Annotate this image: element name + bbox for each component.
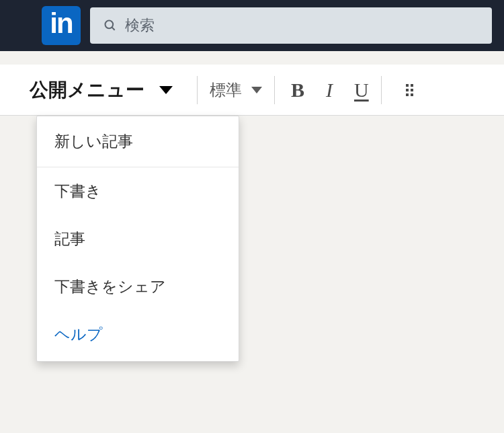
publish-menu-button[interactable]: 公開メニュー [30,77,185,103]
top-navigation: in [0,0,504,51]
svg-point-0 [106,21,114,29]
dropdown-item-label: 記事 [54,230,85,247]
search-icon [103,19,117,32]
caret-down-icon [159,86,173,94]
dropdown-item-share-draft[interactable]: 下書きをシェア [37,263,239,311]
toolbar-divider [381,76,382,104]
dropdown-item-new-article[interactable]: 新しい記事 [37,116,239,167]
underline-button[interactable]: U [354,79,369,102]
dropdown-item-drafts[interactable]: 下書き [37,167,239,215]
bold-button[interactable]: B [291,79,304,102]
linkedin-logo[interactable]: in [42,6,81,45]
search-box[interactable] [90,7,492,44]
style-menu-label: 標準 [210,79,242,101]
caret-down-icon [251,87,262,93]
publish-dropdown-menu: 新しい記事 下書き 記事 下書きをシェア ヘルプ [36,116,239,362]
dropdown-item-label: 新しい記事 [54,132,133,150]
logo-text: in [50,7,72,40]
editor-toolbar: 公開メニュー 標準 B I U [0,65,504,116]
svg-line-1 [112,28,115,30]
more-options-icon[interactable] [406,84,413,96]
dropdown-item-help[interactable]: ヘルプ [37,311,239,361]
toolbar-divider [197,76,198,104]
toolbar-divider [274,76,275,104]
dropdown-item-articles[interactable]: 記事 [37,215,239,263]
text-style-menu[interactable]: 標準 [210,79,262,101]
italic-button[interactable]: I [326,79,333,102]
publish-menu-label: 公開メニュー [30,77,144,103]
dropdown-item-label: 下書きをシェア [54,278,166,295]
dropdown-item-label: ヘルプ [54,325,103,343]
search-input[interactable] [125,17,478,34]
dropdown-item-label: 下書き [54,182,101,200]
format-buttons-group: B I U [291,79,369,102]
